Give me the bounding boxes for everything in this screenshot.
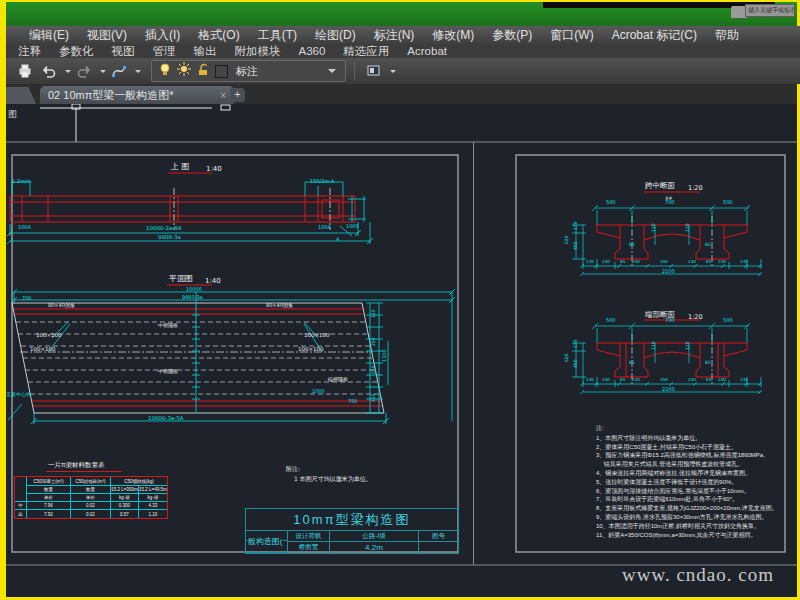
- menu-item[interactable]: 插入(I): [136, 26, 189, 44]
- cad-text-label: 110: [652, 223, 657, 232]
- table-cell: 单价: [71, 494, 111, 502]
- title-block-cell: [419, 542, 458, 553]
- layer-on-icon[interactable]: [158, 62, 172, 80]
- cad-text-label: 135: [740, 260, 748, 264]
- list-item: 锚具采用夹片式锚具,管道采用预埋铁皮波纹管成孔。: [596, 460, 790, 469]
- cad-text-label: 65: [706, 378, 711, 382]
- cad-text-label: B5: [629, 243, 635, 248]
- cad-text-label: 350: [660, 260, 668, 264]
- menu-item[interactable]: 参数(P): [483, 26, 541, 44]
- menu-item[interactable]: 帮助: [706, 26, 748, 44]
- ribbon-tab[interactable]: A360: [290, 45, 335, 57]
- notes-block: 注: 1、本图尺寸除注明外均以毫米为单位。2、梁体采用C50混凝土,封锚采用C5…: [596, 424, 790, 539]
- title-block-cell: 桥面宽: [288, 542, 330, 553]
- material-table: C50混凝土(m³) C50封锚砼(m³) C50钢绞线(kg) 数量 数量 Φ…: [14, 476, 168, 519]
- layer-color-swatch[interactable]: [215, 65, 228, 78]
- cad-text-label: 2100: [662, 387, 675, 392]
- cad-text-label: 平面图: [169, 275, 193, 283]
- cad-text-label: B5: [629, 361, 635, 366]
- menu-bar: 编辑(E)视图(V)插入(I)格式(O)工具(T)绘图(D)标注(N)修改(M)…: [6, 26, 800, 44]
- cad-text-label: 125: [372, 309, 377, 318]
- ribbon-tab[interactable]: 管理: [144, 44, 185, 58]
- title-block-cell: 公路-Ⅰ级: [330, 531, 419, 542]
- cad-text-label: 中横隔板: [158, 323, 178, 328]
- cad-text-label: 支座中心线: [6, 392, 31, 397]
- ribbon-tab[interactable]: Acrobat: [398, 45, 456, 57]
- cad-text-label: 80×40倒角: [266, 303, 293, 308]
- menu-item[interactable]: 视图(V): [78, 26, 136, 44]
- cad-text-label: 65: [620, 378, 625, 382]
- title-block-cell: 4.2m: [330, 542, 419, 553]
- toolbar-divider: [354, 62, 355, 80]
- cad-text-label: 100A: [318, 225, 331, 230]
- layer-combo[interactable]: 标注: [233, 63, 339, 79]
- redo-button[interactable]: [73, 60, 95, 82]
- cad-text-label: 620: [565, 353, 570, 362]
- table-cell: 数量: [27, 486, 71, 494]
- cad-text-label: 端横隔板: [328, 377, 348, 382]
- cad-text-label: 700: [22, 296, 32, 301]
- undo-dropdown-icon[interactable]: [65, 70, 71, 73]
- spline-tool-button[interactable]: [108, 60, 130, 82]
- cad-text-label: 110: [686, 341, 691, 350]
- ribbon-tab[interactable]: 参数化: [50, 44, 103, 58]
- cad-text-label: 9960-3a: [182, 295, 203, 300]
- table-cell: Φ15.2 L=300mm: [111, 486, 139, 494]
- title-block: 10mπ型梁构造图 设计荷载 公路-Ⅰ级 一般构造图(一) 图号 桥面宽 4.2…: [245, 508, 459, 554]
- ribbon-tab-bar: 注释参数化视图管理输出附加模块A360精选应用Acrobat: [6, 44, 800, 58]
- menu-item[interactable]: 工具(T): [249, 26, 306, 44]
- menu-item[interactable]: 修改(M): [423, 26, 483, 44]
- ribbon-tab[interactable]: 精选应用: [334, 44, 398, 58]
- layer-thaw-icon[interactable]: [177, 62, 191, 80]
- cad-text-label: 350: [660, 378, 668, 382]
- infocenter-search-input[interactable]: 键入关键字或短语: [745, 4, 795, 17]
- menu-item[interactable]: 编辑(E): [20, 26, 78, 44]
- table-cell: 0.02: [71, 502, 111, 510]
- menu-item[interactable]: 绘图(D): [306, 26, 365, 44]
- cad-text-label: 240: [688, 378, 696, 382]
- new-tab-button[interactable]: +: [230, 88, 245, 102]
- ribbon-tab[interactable]: 注释: [9, 44, 50, 58]
- tab-close-icon[interactable]: ×: [220, 90, 226, 101]
- cad-text-label: 1000: [312, 389, 325, 394]
- menu-item[interactable]: Acrobat 标记(C): [603, 26, 706, 44]
- undo-button[interactable]: [38, 60, 60, 82]
- cad-text-label: 9908-3a: [158, 235, 181, 241]
- cad-text-label: 中横隔板: [158, 369, 178, 374]
- cad-text-label: B5: [705, 243, 711, 248]
- ribbon-tab[interactable]: 视图: [103, 44, 144, 58]
- cad-text-label: 图: [8, 110, 17, 119]
- cad-text-label: 135: [740, 378, 748, 382]
- background-file-tab[interactable]: [6, 87, 36, 104]
- drawing-canvas[interactable]: 图上 图1:401.2m/m150/2m A100A100A100010000-…: [6, 104, 797, 597]
- ribbon-tab[interactable]: 输出: [185, 44, 226, 58]
- list-item: 6、梁顶面与湿接缝结合面应凿毛,凿毛深度不小于10mm。: [596, 487, 790, 496]
- menu-item[interactable]: 格式(O): [189, 26, 248, 44]
- table-cell: 7.96: [27, 502, 71, 510]
- cad-text-label: 250: [372, 365, 377, 374]
- print-button[interactable]: [14, 60, 36, 82]
- title-block-cell: 设计荷载: [288, 531, 330, 542]
- cad-text-label: 100×100: [30, 347, 56, 353]
- ribbon-tab[interactable]: 附加模块: [226, 44, 290, 58]
- cad-text-label: 100×100: [36, 333, 62, 339]
- spline-dropdown-icon[interactable]: [135, 70, 141, 73]
- table-cell: 单价: [27, 494, 71, 502]
- layer-properties-button[interactable]: [363, 60, 385, 82]
- list-item: 7、吊装时吊点设于距梁端610mm处,吊角不小于60°。: [596, 495, 790, 504]
- cad-text-label: 1:40: [206, 166, 222, 173]
- file-tab-bar: 02 10mπ型梁一般构造图* × +: [6, 84, 797, 104]
- redo-dropdown-icon[interactable]: [100, 70, 106, 73]
- cad-text-label: 110: [686, 223, 691, 232]
- menu-item[interactable]: 窗口(W): [541, 26, 602, 44]
- notes-lines: 1、本图尺寸除注明外均以毫米为单位。2、梁体采用C50混凝土,封锚采用C50小石…: [596, 434, 790, 540]
- layer-unlock-icon[interactable]: [196, 62, 210, 80]
- cad-text-label: 1100: [382, 349, 387, 362]
- cad-text-label: 1:20: [688, 185, 703, 192]
- menu-item[interactable]: 标注(N): [365, 26, 424, 44]
- table-cell: 0.300: [111, 502, 139, 510]
- list-item: 11、斜梁A=350/COS(θ)mm,a=30mm,其余尺寸与正梁相同。: [596, 531, 790, 540]
- cad-text-label: B5: [705, 361, 711, 366]
- toolbar-overflow-icon[interactable]: [390, 70, 396, 73]
- active-file-tab[interactable]: 02 10mπ型梁一般构造图* ×: [40, 86, 234, 104]
